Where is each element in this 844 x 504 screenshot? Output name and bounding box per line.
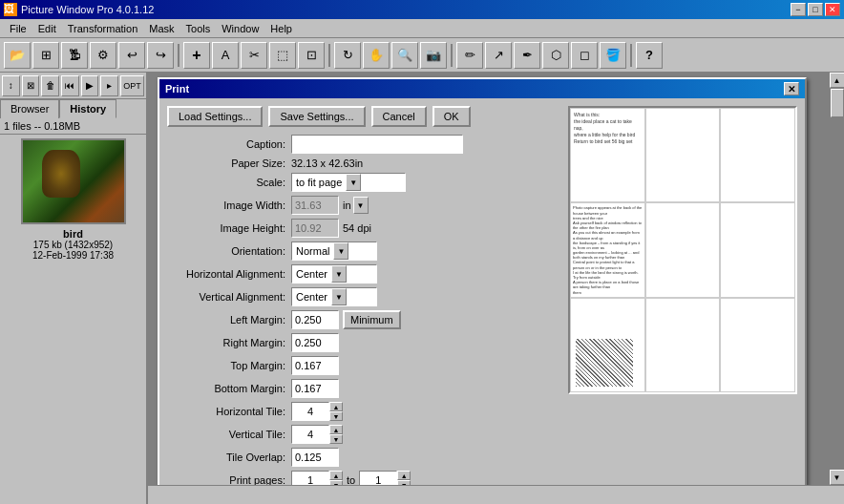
- v-tile-spinner-btns: ▲ ▼: [329, 425, 343, 444]
- app-icon: 🖼: [4, 3, 17, 16]
- dialog-title-text: Print: [165, 83, 189, 94]
- panel-toolbar: ↕ ⊠ 🗑 ⏮ ▶ ▸ OPT: [0, 73, 146, 99]
- menu-file[interactable]: File: [4, 21, 32, 36]
- preview-cell-4: Photo capture appears at the back of the…: [570, 202, 645, 297]
- v-tile-input[interactable]: [291, 425, 329, 444]
- main-toolbar: 📂 ⊞ 🗜 ⚙ ↩ ↪ + A ✂ ⬚ ⊡ ↻ ✋ 🔍 📷 ✏ ↗ ✒ ⬡ ◻ …: [0, 38, 844, 73]
- tool-zoom[interactable]: 🔍: [391, 42, 418, 69]
- panel-tool-play[interactable]: ▶: [81, 75, 99, 96]
- tool-help[interactable]: ?: [636, 42, 663, 69]
- v-align-value: Center: [292, 291, 331, 303]
- preview-cell-7: [570, 298, 645, 392]
- thumbnail-area: bird 175 kb (1432x952) 12-Feb-1999 17:38: [0, 135, 146, 504]
- v-tile-label: Vertical Tile:: [167, 429, 291, 440]
- image-height-label: Image Height:: [167, 222, 291, 234]
- tool-line[interactable]: ↗: [485, 42, 512, 69]
- v-tile-down[interactable]: ▼: [329, 434, 343, 444]
- maximize-button[interactable]: □: [808, 3, 823, 16]
- menu-mask[interactable]: Mask: [143, 21, 179, 36]
- preview-cell-5: [645, 202, 721, 297]
- image-width-unit: in: [343, 200, 351, 211]
- tool-fill[interactable]: 🪣: [600, 42, 626, 69]
- menu-help[interactable]: Help: [264, 21, 298, 36]
- tab-history[interactable]: History: [59, 99, 116, 118]
- tool-compress[interactable]: 🗜: [61, 42, 88, 69]
- orientation-row: Orientation: Normal ▼: [167, 242, 560, 261]
- tool-camera[interactable]: 📷: [420, 42, 447, 69]
- tool-plus[interactable]: +: [183, 42, 210, 69]
- caption-input[interactable]: [291, 135, 463, 154]
- orientation-dropdown-icon[interactable]: ▼: [333, 242, 348, 260]
- h-tile-up[interactable]: ▲: [329, 402, 343, 411]
- panel-tool-start[interactable]: ⏮: [61, 75, 79, 96]
- tool-pan[interactable]: ✋: [363, 42, 390, 69]
- dialog-close-button[interactable]: ✕: [784, 82, 799, 95]
- save-settings-button[interactable]: Save Settings...: [268, 106, 365, 127]
- preview-cell-9: [720, 298, 795, 392]
- tool-copy[interactable]: ⊡: [298, 42, 325, 69]
- scroll-thumb[interactable]: [831, 89, 844, 117]
- minimum-button[interactable]: Minimum: [343, 310, 401, 329]
- h-tile-down[interactable]: ▼: [329, 411, 343, 421]
- right-margin-input[interactable]: [291, 333, 339, 352]
- left-margin-input[interactable]: [291, 310, 339, 329]
- ok-button[interactable]: OK: [433, 106, 471, 127]
- h-align-dropdown-icon[interactable]: ▼: [331, 265, 347, 283]
- h-align-select[interactable]: Center ▼: [291, 264, 377, 284]
- menu-tools[interactable]: Tools: [180, 21, 217, 36]
- v-align-select[interactable]: Center ▼: [291, 287, 377, 306]
- tool-shape[interactable]: ⬡: [542, 42, 569, 69]
- panel-tool-opt[interactable]: OPT: [120, 75, 144, 96]
- tool-grid[interactable]: ⊞: [32, 42, 59, 69]
- tool-eraser[interactable]: ◻: [571, 42, 598, 69]
- tool-select[interactable]: ⬚: [269, 42, 296, 69]
- panel-tool-2[interactable]: ⊠: [22, 75, 40, 96]
- tool-pen[interactable]: ✏: [456, 42, 483, 69]
- panel-tool-forward[interactable]: ▸: [100, 75, 118, 96]
- h-tile-input[interactable]: [291, 402, 329, 421]
- bottom-margin-input[interactable]: [291, 379, 339, 398]
- tool-open[interactable]: 📂: [4, 42, 31, 69]
- v-align-label: Vertical Alignment:: [167, 291, 291, 303]
- print-to-up[interactable]: ▲: [397, 471, 411, 480]
- panel-tool-delete[interactable]: 🗑: [41, 75, 59, 96]
- tab-browser[interactable]: Browser: [0, 99, 59, 118]
- tool-brush[interactable]: ✒: [514, 42, 540, 69]
- v-align-dropdown-icon[interactable]: ▼: [331, 288, 347, 305]
- file-date: 12-Feb-1999 17:38: [32, 250, 114, 261]
- toolbar-sep-1: [178, 44, 179, 67]
- image-height-dpi: 54 dpi: [343, 222, 371, 234]
- close-button[interactable]: ✕: [825, 3, 840, 16]
- image-width-input[interactable]: [291, 196, 339, 215]
- image-width-unit-dropdown[interactable]: ▼: [353, 197, 369, 214]
- scale-dropdown-icon[interactable]: ▼: [346, 174, 361, 191]
- cancel-button[interactable]: Cancel: [371, 106, 427, 127]
- tool-scissors[interactable]: ✂: [241, 42, 267, 69]
- v-tile-up[interactable]: ▲: [329, 425, 343, 434]
- panel-tool-1[interactable]: ↕: [2, 75, 20, 96]
- tool-text[interactable]: A: [212, 42, 239, 69]
- app-title: Picture Window Pro 4.0.1.12: [21, 4, 154, 15]
- left-panel: ↕ ⊠ 🗑 ⏮ ▶ ▸ OPT Browser History 1 files …: [0, 73, 148, 504]
- preview-text-1: What is this: the ideal place a cat to t…: [571, 109, 644, 148]
- tool-undo[interactable]: ↩: [118, 42, 145, 69]
- orientation-label: Orientation:: [167, 245, 291, 257]
- scroll-up-arrow[interactable]: ▲: [830, 73, 845, 88]
- top-margin-input[interactable]: [291, 356, 339, 375]
- left-margin-label: Left Margin:: [167, 314, 291, 326]
- scroll-down-arrow[interactable]: ▼: [830, 470, 845, 485]
- image-height-input[interactable]: [291, 219, 339, 238]
- tool-redo[interactable]: ↪: [147, 42, 174, 69]
- scale-select[interactable]: to fit page ▼: [291, 173, 406, 192]
- menu-transformation[interactable]: Transformation: [62, 21, 144, 36]
- tool-settings[interactable]: ⚙: [90, 42, 116, 69]
- menu-window[interactable]: Window: [216, 21, 264, 36]
- orientation-select[interactable]: Normal ▼: [291, 242, 377, 261]
- tile-overlap-input[interactable]: [291, 448, 339, 467]
- load-settings-button[interactable]: Load Settings...: [167, 106, 263, 127]
- toolbar-sep-3: [451, 44, 453, 67]
- menu-edit[interactable]: Edit: [32, 21, 62, 36]
- tool-rotate[interactable]: ↻: [334, 42, 361, 69]
- minimize-button[interactable]: −: [791, 3, 806, 16]
- print-from-up[interactable]: ▲: [329, 471, 343, 480]
